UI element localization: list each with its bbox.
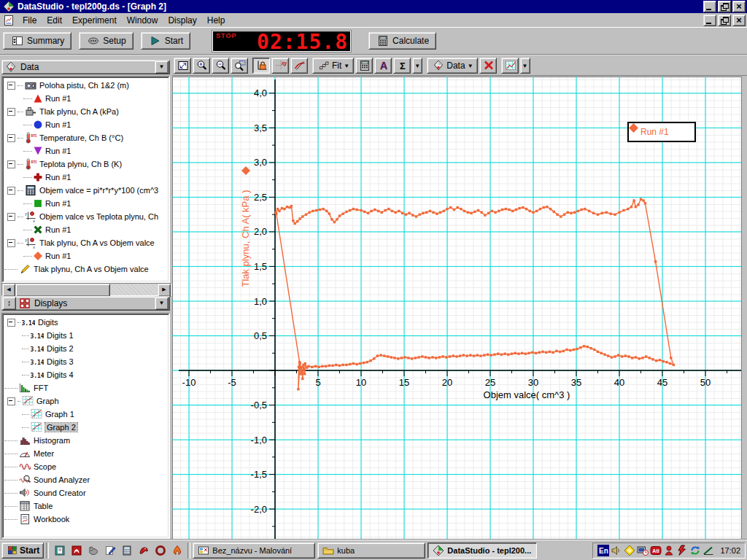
data-item[interactable]: RTDTemperature, Ch B (°C) (4, 131, 167, 144)
language-indicator[interactable]: En (597, 545, 609, 556)
pen-pad-icon[interactable] (101, 542, 118, 559)
run-item[interactable]: Run #1 (4, 171, 167, 184)
display-item[interactable]: Workbook (4, 513, 167, 526)
statistics-dropdown[interactable]: ▼ (412, 58, 422, 74)
menu-display[interactable]: Display (163, 14, 201, 27)
display-item[interactable]: Histogram (4, 434, 167, 447)
run-item[interactable]: Run #1 (4, 92, 167, 105)
data-item[interactable]: Tlak plynu, Ch A vs Objem valce (4, 262, 167, 276)
data-item[interactable]: yxTlak plynu, Ch A vs Objem valce (4, 236, 167, 249)
calculate-tool-button[interactable] (355, 58, 373, 74)
collapse-icon[interactable] (7, 160, 15, 168)
data-menu-button[interactable]: Data▼ (427, 58, 477, 74)
sync-icon[interactable] (689, 545, 701, 556)
graph-settings-dropdown[interactable]: ▼ (520, 58, 530, 74)
collapse-icon[interactable] (7, 82, 15, 90)
setup-button[interactable]: Setup (79, 32, 133, 50)
data-panel-header[interactable]: Data ▼ (1, 60, 170, 74)
collapse-icon[interactable] (7, 187, 15, 195)
xy-tool-button[interactable]: xy (271, 58, 289, 74)
close-button[interactable] (732, 1, 746, 12)
zoom-out-button[interactable] (212, 58, 229, 74)
document-close-button[interactable] (732, 15, 746, 26)
zoom-in-button[interactable] (193, 58, 210, 74)
ati-icon[interactable]: Ati (650, 545, 662, 556)
minimize-button[interactable] (703, 1, 716, 12)
yellow-tool-icon[interactable] (624, 545, 635, 556)
display-item[interactable]: Sound Creator (4, 486, 167, 499)
slope-tool-button[interactable] (290, 58, 308, 74)
wordpad-icon[interactable] (51, 542, 68, 559)
calculate-button[interactable]: Calculate (368, 32, 436, 50)
gray-animal-icon[interactable] (85, 542, 101, 559)
displays-panel-dropdown[interactable]: ▼ (155, 297, 169, 310)
zoom-select-button[interactable] (231, 58, 248, 74)
data-item[interactable]: RTDTeplota plynu, Ch B (K) (4, 158, 167, 171)
display-item[interactable]: Graph (4, 394, 167, 408)
restore-button[interactable] (718, 1, 731, 12)
scheduler-icon[interactable] (637, 545, 649, 556)
collapse-icon[interactable] (7, 239, 15, 247)
menu-experiment[interactable]: Experiment (67, 14, 122, 27)
flame-icon[interactable] (169, 542, 185, 559)
menu-help[interactable]: Help (202, 14, 231, 27)
display-item[interactable]: FFT (4, 381, 167, 394)
dragon-icon[interactable] (135, 542, 152, 559)
task-button[interactable]: Bez_názvu - Malování (193, 542, 315, 559)
scale-to-fit-button[interactable] (174, 58, 191, 74)
menu-edit[interactable]: Edit (42, 14, 67, 27)
scrollbar-track[interactable] (110, 284, 158, 295)
statistics-button[interactable]: Σ (393, 58, 411, 74)
display-item[interactable]: Sound Analyzer (4, 473, 167, 486)
display-subitem[interactable]: 3.14Digits 1 (4, 329, 167, 342)
panel-splitter-handle[interactable]: ↕ (2, 297, 16, 310)
display-subitem[interactable]: 3.14Digits 3 (4, 355, 167, 368)
data-tree-hscrollbar[interactable]: ◀ ▶ (1, 283, 171, 296)
pen-tray-icon[interactable] (703, 545, 714, 556)
menu-file[interactable]: File (18, 14, 42, 27)
legend[interactable]: Run #1 (627, 122, 696, 142)
data-item[interactable]: Tlak plynu, Ch A (kPa) (4, 105, 167, 118)
display-item[interactable]: Table (4, 499, 167, 513)
collapse-icon[interactable] (7, 319, 15, 327)
run-item[interactable]: Run #1 (4, 197, 167, 210)
fit-menu-button[interactable]: Fit▼ (312, 58, 354, 74)
display-subitem[interactable]: Graph 2 (4, 421, 167, 434)
annotation-button[interactable]: A (374, 58, 392, 74)
display-item[interactable]: Meter (4, 447, 167, 460)
graph-document-icon[interactable] (3, 15, 15, 26)
graph-plot-area[interactable]: -10-551015202530354045504,03,53,02,52,01… (172, 77, 741, 539)
red-agent-icon[interactable] (663, 545, 675, 556)
data-panel-dropdown[interactable]: ▼ (155, 61, 169, 74)
run-item[interactable]: Run #1 (4, 223, 167, 236)
display-subitem[interactable]: 3.14Digits 4 (4, 368, 167, 381)
acrobat-icon[interactable] (68, 542, 85, 559)
scroll-right-icon[interactable]: ▶ (158, 284, 171, 297)
collapse-icon[interactable] (7, 213, 15, 221)
power-icon[interactable] (676, 545, 688, 556)
smart-tool-button[interactable] (252, 58, 270, 74)
run-item[interactable]: Run #1 (4, 249, 167, 262)
summary-button[interactable]: Summary (3, 32, 71, 50)
document-restore-button[interactable] (718, 15, 731, 26)
data-item[interactable]: Poloha pistu, Ch 1&2 (m) (4, 79, 167, 92)
delete-button[interactable] (479, 58, 497, 74)
data-item[interactable]: Objem valce = pi*r*r*y*100 (cm^3 (4, 184, 167, 197)
run-item[interactable]: Run #1 (4, 144, 167, 158)
collapse-icon[interactable] (7, 108, 15, 116)
scrollbar-thumb[interactable] (15, 284, 110, 297)
collapse-icon[interactable] (7, 134, 15, 142)
displays-panel-header[interactable]: ↕ Displays ▼ (1, 296, 170, 311)
display-item[interactable]: Scope (4, 460, 167, 473)
data-item[interactable]: yxObjem valce vs Teplota plynu, Ch (4, 210, 167, 223)
start-button[interactable]: Start (1, 542, 44, 559)
task-button[interactable]: DataStudio - tepl200... (427, 542, 537, 559)
run-item[interactable]: Run #1 (4, 118, 167, 131)
graph-settings-button[interactable] (501, 58, 519, 74)
display-item[interactable]: 3.14Digits (4, 316, 167, 329)
opera-icon[interactable] (152, 542, 169, 559)
display-subitem[interactable]: 3.14Digits 2 (4, 342, 167, 355)
display-subitem[interactable]: Graph 1 (4, 408, 167, 421)
document-minimize-button[interactable] (703, 15, 716, 26)
speaker-icon[interactable] (611, 545, 622, 556)
